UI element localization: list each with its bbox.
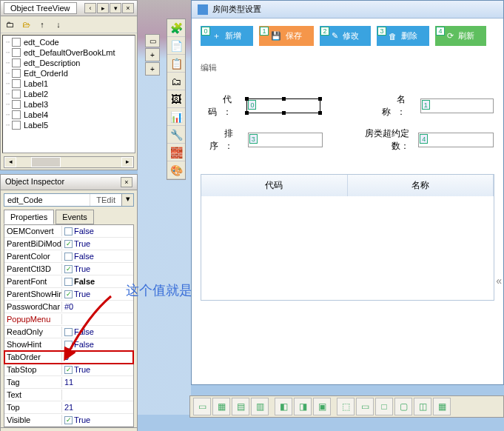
tool-icon[interactable]: 📋 — [167, 55, 185, 73]
property-row[interactable]: Top21 — [4, 401, 133, 414]
palette-item[interactable]: ▭ — [356, 398, 374, 415]
tool-icon[interactable]: 📄 — [167, 37, 185, 55]
inspector-component-combo[interactable]: edt_Code TEdit ▾ — [4, 193, 134, 207]
property-value[interactable] — [62, 318, 133, 320]
tab-events[interactable]: Events — [56, 210, 94, 224]
property-value[interactable]: ✓True — [62, 238, 133, 249]
down-icon[interactable]: ↓ — [53, 19, 64, 30]
save-button[interactable]: 1💾保存 — [259, 26, 314, 46]
edit-button[interactable]: 2✎修改 — [320, 26, 371, 46]
property-value[interactable]: ✓True — [62, 289, 133, 299]
property-row[interactable]: ParentShowHin✓True — [4, 288, 133, 301]
property-value[interactable]: False — [62, 226, 133, 236]
palette-item[interactable]: ▢ — [394, 398, 412, 415]
palette-item[interactable]: ▣ — [313, 398, 331, 415]
tool-icon[interactable]: 🗂 — [167, 73, 185, 90]
checkbox-icon[interactable]: ✓ — [64, 290, 73, 298]
property-name: PopupMenu — [4, 314, 62, 324]
overbook-input[interactable]: 4 — [418, 133, 494, 147]
plus-btn[interactable]: + — [145, 48, 160, 61]
treeview-hscroll[interactable]: ◂▸ — [4, 156, 134, 168]
checkbox-icon[interactable]: ✓ — [64, 240, 73, 248]
tool-icon[interactable]: 🎨 — [167, 161, 185, 179]
table-body[interactable] — [201, 196, 494, 300]
main-title: 房间类型设置 — [212, 4, 261, 15]
property-value[interactable]: False — [62, 327, 133, 337]
inspector-footer: All shown — [1, 427, 137, 431]
tab-properties[interactable]: Properties — [4, 210, 54, 224]
palette-item[interactable]: ▤ — [232, 398, 249, 415]
plus-btn-2[interactable]: + — [145, 62, 160, 76]
tool-icon[interactable]: 📊 — [167, 108, 185, 126]
tv-btn-3[interactable]: ▾ — [110, 3, 121, 13]
tv-btn-close[interactable]: × — [122, 3, 134, 13]
palette-item[interactable]: ▥ — [251, 398, 269, 415]
up-icon[interactable]: ↑ — [36, 19, 48, 30]
add-button[interactable]: 0＋新增 — [201, 26, 253, 46]
inspector-close[interactable]: × — [121, 177, 132, 187]
property-row[interactable]: ReadOnlyFalse — [4, 326, 133, 338]
property-row[interactable]: Tag11 — [4, 376, 133, 389]
order-input[interactable]: 3 — [248, 133, 323, 147]
palette-item[interactable]: ▦ — [212, 398, 230, 415]
palette-item[interactable]: ▦ — [433, 398, 451, 415]
tool-icon[interactable]: 🧱 — [167, 144, 185, 161]
chevron-down-icon[interactable]: ▾ — [121, 194, 133, 206]
property-value[interactable] — [62, 394, 133, 395]
palette-item[interactable]: ◨ — [294, 398, 312, 415]
checkbox-icon[interactable]: ✓ — [64, 265, 73, 273]
property-row[interactable]: ParentBiDiMod✓True — [4, 238, 133, 250]
checkbox-icon[interactable] — [64, 328, 73, 336]
property-value[interactable]: ✓True — [62, 415, 133, 425]
folder-icon[interactable]: 🗀 — [4, 19, 16, 30]
property-row[interactable]: ParentColorFalse — [4, 250, 133, 263]
property-row[interactable]: ParentCtl3D✓True — [4, 263, 133, 275]
property-row[interactable]: Visible✓True — [4, 414, 133, 427]
property-row[interactable]: PopupMenu — [4, 313, 133, 326]
treeview-list[interactable]: ┈edt_Code ┈edt_DefaultOverBookLmt ┈edt_D… — [2, 35, 135, 153]
th-name[interactable]: 名称 — [348, 175, 494, 196]
property-value[interactable]: ✓True — [62, 364, 133, 375]
checkbox-icon[interactable] — [64, 253, 73, 261]
property-value[interactable]: 0 — [62, 352, 133, 362]
checkbox-icon[interactable] — [64, 341, 73, 349]
tool-icon[interactable]: 🖼 — [167, 90, 185, 108]
checkbox-icon[interactable] — [64, 227, 73, 235]
th-code[interactable]: 代码 — [201, 175, 348, 196]
name-input[interactable]: 1 — [420, 98, 494, 113]
property-row[interactable]: OEMConvertFalse — [4, 225, 133, 238]
checkbox-icon[interactable]: ✓ — [64, 366, 73, 374]
expand-btn[interactable]: ▭ — [145, 34, 160, 47]
property-row[interactable]: TabStop✓True — [4, 364, 133, 376]
checkbox-icon[interactable]: ✓ — [64, 416, 73, 424]
collapse-icon[interactable]: « — [496, 275, 502, 287]
tool-icon[interactable]: 🧩 — [167, 19, 185, 37]
refresh-button[interactable]: 4⟳刷新 — [435, 26, 486, 46]
property-value[interactable]: #0 — [62, 301, 133, 312]
property-row[interactable]: PasswordChar#0 — [4, 301, 133, 313]
property-row[interactable]: Text — [4, 389, 133, 401]
palette-item[interactable]: ⬚ — [337, 398, 355, 415]
property-value[interactable]: False — [62, 251, 133, 261]
palette-item[interactable]: ◧ — [275, 398, 292, 415]
delete-button[interactable]: 3🗑删除 — [377, 26, 429, 46]
palette-item[interactable]: □ — [375, 398, 393, 415]
property-value[interactable]: False — [62, 339, 133, 350]
code-input[interactable]: 0 — [246, 98, 320, 113]
property-value[interactable]: False — [62, 276, 133, 287]
property-row[interactable]: TabOrder0 — [4, 351, 133, 364]
property-value[interactable]: 11 — [62, 377, 133, 387]
tool-icon[interactable]: 🔧 — [167, 126, 185, 144]
property-value[interactable]: 21 — [62, 402, 133, 412]
tv-btn-1[interactable]: ‹ — [84, 3, 96, 13]
window-icon — [198, 4, 208, 15]
inspector-grid[interactable]: OEMConvertFalseParentBiDiMod✓TrueParentC… — [4, 224, 134, 427]
folder-open-icon[interactable]: 🗁 — [20, 19, 32, 30]
property-row[interactable]: ParentFontFalse — [4, 275, 133, 288]
checkbox-icon[interactable] — [64, 278, 73, 286]
palette-item[interactable]: ◫ — [414, 398, 431, 415]
property-row[interactable]: ShowHintFalse — [4, 338, 133, 351]
property-value[interactable]: ✓True — [62, 264, 133, 274]
palette-item[interactable]: ▭ — [193, 398, 211, 415]
tv-btn-2[interactable]: ▸ — [97, 3, 109, 13]
